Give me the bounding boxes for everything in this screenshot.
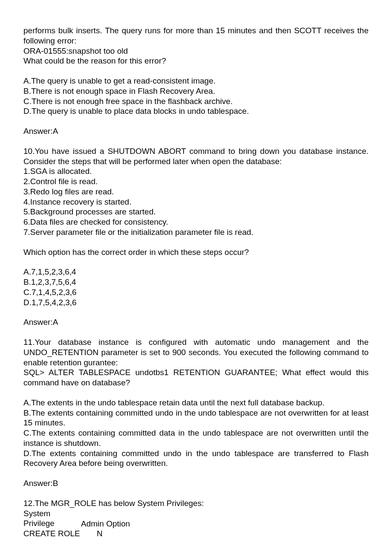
spacer bbox=[23, 327, 369, 337]
q10-step-5: 5.Background processes are started. bbox=[23, 207, 369, 217]
q10-option-b: B.1,2,3,7,5,6,4 bbox=[23, 277, 369, 287]
q12-privileges-header: System PrivilegeAdmin Option bbox=[23, 509, 369, 529]
spacer bbox=[23, 136, 369, 146]
spacer bbox=[23, 468, 369, 478]
q9-option-b: B.There is not enough space in Flash Rec… bbox=[23, 86, 369, 96]
spacer bbox=[23, 116, 369, 126]
q11-option-d: D.The extents containing committed undo … bbox=[23, 448, 369, 469]
q12-stem: 12.The MGR_ROLE has below System Privile… bbox=[23, 498, 369, 509]
q9-stem-line1: performs bulk inserts. The query runs fo… bbox=[23, 26, 369, 46]
spacer bbox=[23, 237, 369, 247]
q9-option-a: A.The query is unable to get a read-cons… bbox=[23, 76, 369, 86]
q11-option-c: C.The extents containing committed data … bbox=[23, 428, 369, 448]
q12-privileges-row1: CREATE ROLE N bbox=[23, 529, 369, 539]
q10-option-d: D.1,7,5,4,2,3,6 bbox=[23, 298, 369, 308]
q10-step-7: 7.Server parameter file or the initializ… bbox=[23, 227, 369, 237]
spacer bbox=[23, 257, 369, 267]
q10-step-4: 4.Instance recovery is started. bbox=[23, 197, 369, 207]
q10-answer: Answer:A bbox=[23, 317, 369, 327]
q10-option-a: A.7,1,5,2,3,6,4 bbox=[23, 267, 369, 277]
q11-stem-line2: SQL> ALTER TABLESPACE undotbs1 RETENTION… bbox=[23, 367, 369, 388]
q11-answer: Answer:B bbox=[23, 478, 369, 489]
q11-option-a: A.The extents in the undo tablespace ret… bbox=[23, 398, 369, 408]
q9-stem-line2: ORA-01555:snapshot too old bbox=[23, 46, 369, 56]
q10-step-3: 3.Redo log files are read. bbox=[23, 187, 369, 197]
q11-option-b: B.The extents containing committed undo … bbox=[23, 408, 369, 428]
spacer bbox=[23, 66, 369, 76]
q9-answer: Answer:A bbox=[23, 126, 369, 136]
spacer bbox=[23, 489, 369, 498]
spacer bbox=[23, 307, 369, 317]
q10-step-1: 1.SGA is allocated. bbox=[23, 166, 369, 176]
q10-step-2: 2.Control file is read. bbox=[23, 176, 369, 187]
spacer bbox=[23, 388, 369, 398]
q9-option-c: C.There is not enough free space in the … bbox=[23, 96, 369, 107]
q10-prompt: Which option has the correct order in wh… bbox=[23, 247, 369, 257]
q10-step-6: 6.Data files are checked for consistency… bbox=[23, 217, 369, 227]
q11-stem-line1: 11.Your database instance is configured … bbox=[23, 337, 369, 367]
q9-stem-line3: What could be the reason for this error? bbox=[23, 56, 369, 66]
q9-option-d: D.The query is unable to place data bloc… bbox=[23, 106, 369, 116]
q12-row1-col2: N bbox=[97, 529, 103, 538]
q12-row1-col1: CREATE ROLE bbox=[23, 529, 81, 539]
q10-stem: 10.You have issued a SHUTDOWN ABORT comm… bbox=[23, 146, 369, 167]
q12-header-col1: System Privilege bbox=[23, 509, 81, 529]
q12-header-col2: Admin Option bbox=[81, 519, 130, 528]
q10-option-c: C.7,1,4,5,2,3,6 bbox=[23, 287, 369, 298]
